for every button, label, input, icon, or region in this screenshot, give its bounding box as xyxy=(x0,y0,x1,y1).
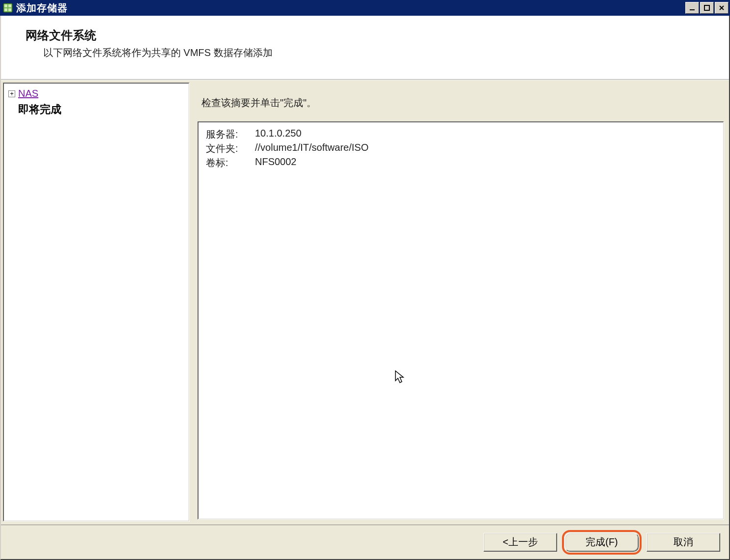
wizard-footer: <上一步 完成(F) 取消 xyxy=(1,525,729,559)
wizard-content: + NAS 即将完成 检查该摘要并单击"完成"。 服务器: 10.1.0.250… xyxy=(1,80,729,525)
summary-row-server: 服务器: 10.1.0.250 xyxy=(206,128,716,141)
wizard-header-subtitle: 以下网络文件系统将作为共享的 VMFS 数据存储添加 xyxy=(43,46,724,59)
svg-rect-6 xyxy=(704,5,709,10)
summary-box: 服务器: 10.1.0.250 文件夹: //volume1/IT/softwa… xyxy=(197,121,724,520)
summary-server-label: 服务器: xyxy=(206,128,255,141)
finish-button[interactable]: 完成(F) xyxy=(565,533,639,552)
cancel-button[interactable]: 取消 xyxy=(646,533,720,552)
back-button[interactable]: <上一步 xyxy=(483,533,557,552)
summary-label-label: 卷标: xyxy=(206,156,255,169)
summary-folder-value: //volume1/IT/software/ISO xyxy=(255,142,368,155)
wizard-steps-sidebar: + NAS 即将完成 xyxy=(3,83,190,522)
minimize-button[interactable] xyxy=(685,2,699,14)
window-title: 添加存储器 xyxy=(16,1,684,15)
wizard-instruction: 检查该摘要并单击"完成"。 xyxy=(201,96,724,110)
window-body: 网络文件系统 以下网络文件系统将作为共享的 VMFS 数据存储添加 + NAS … xyxy=(0,16,730,560)
summary-server-value: 10.1.0.250 xyxy=(255,128,302,141)
tree-expand-icon[interactable]: + xyxy=(8,90,15,97)
close-button[interactable] xyxy=(715,2,729,14)
wizard-header-title: 网络文件系统 xyxy=(26,28,724,43)
summary-row-label: 卷标: NFS0002 xyxy=(206,156,716,169)
mouse-cursor-icon xyxy=(394,370,406,382)
wizard-main-panel: 检查该摘要并单击"完成"。 服务器: 10.1.0.250 文件夹: //vol… xyxy=(193,83,727,522)
tree-root-label[interactable]: NAS xyxy=(18,88,38,99)
maximize-button[interactable] xyxy=(700,2,714,14)
svg-rect-3 xyxy=(4,8,7,11)
tree-current-step: 即将完成 xyxy=(6,100,186,117)
svg-marker-9 xyxy=(395,371,403,383)
tree-root-row[interactable]: + NAS xyxy=(6,87,186,100)
svg-rect-5 xyxy=(690,9,695,10)
summary-label-value: NFS0002 xyxy=(255,156,297,169)
svg-rect-4 xyxy=(8,8,11,11)
svg-rect-2 xyxy=(8,4,11,7)
titlebar: 添加存储器 xyxy=(0,0,730,16)
app-icon xyxy=(2,2,13,13)
svg-rect-1 xyxy=(4,4,7,7)
wizard-header: 网络文件系统 以下网络文件系统将作为共享的 VMFS 数据存储添加 xyxy=(1,16,729,80)
summary-folder-label: 文件夹: xyxy=(206,142,255,155)
summary-row-folder: 文件夹: //volume1/IT/software/ISO xyxy=(206,142,716,155)
